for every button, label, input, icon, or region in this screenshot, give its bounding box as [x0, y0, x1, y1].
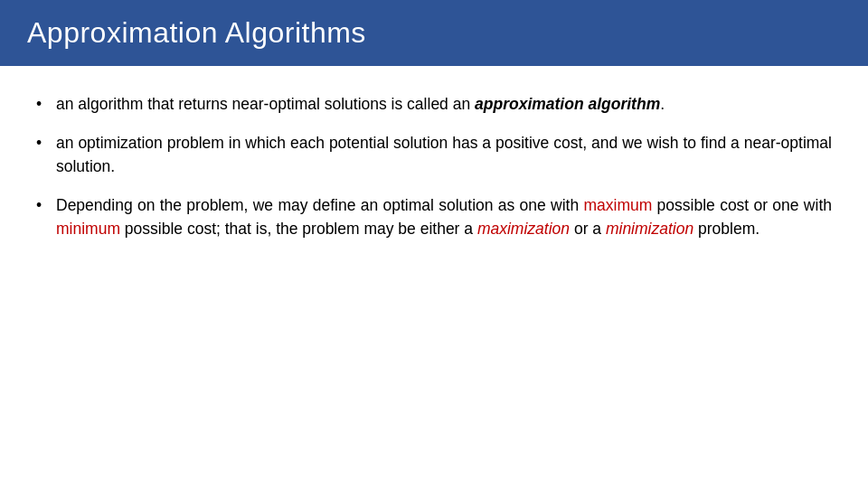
bullet-dot-2: •: [36, 132, 56, 155]
bullet3-minimum: minimum: [56, 220, 120, 238]
bullet3-minimization: minimization: [606, 220, 693, 238]
bullet-text-3: Depending on the problem, we may define …: [56, 194, 832, 240]
bullet3-part1: Depending on the problem, we may define …: [56, 196, 583, 214]
bullet-text-2: an optimization problem in which each po…: [56, 132, 832, 178]
bullet-dot-1: •: [36, 93, 56, 116]
bullet-item-1: • an algorithm that returns near-optimal…: [36, 93, 832, 116]
title-bar: Approximation Algorithms: [0, 0, 868, 66]
bullet-item-2: • an optimization problem in which each …: [36, 132, 832, 178]
bullet1-prefix: an algorithm: [56, 95, 147, 113]
slide-title: Approximation Algorithms: [27, 16, 366, 49]
slide: Approximation Algorithms • an algorithm …: [0, 0, 868, 488]
bullet-item-3: • Depending on the problem, we may defin…: [36, 194, 832, 240]
bullet3-part4: or a: [570, 220, 606, 238]
bullet-dot-3: •: [36, 194, 56, 217]
bullet1-that: that: [147, 95, 174, 113]
bullet-text-1: an algorithm that returns near-optimal s…: [56, 93, 832, 116]
content-area: • an algorithm that returns near-optimal…: [0, 93, 868, 240]
bullet3-maximization: maximization: [477, 220, 570, 238]
bullet1-italic-bold: approximation algorithm: [475, 95, 660, 113]
bullet1-suffix: .: [660, 95, 665, 113]
bullet3-part3: possible cost; that is, the problem may …: [120, 220, 477, 238]
bullet3-part5: problem.: [693, 220, 760, 238]
bullet1-middle: returns near-optimal solutions is called…: [174, 95, 475, 113]
bullet3-part2: possible cost or one with: [652, 196, 832, 214]
bullet3-maximum: maximum: [583, 196, 652, 214]
